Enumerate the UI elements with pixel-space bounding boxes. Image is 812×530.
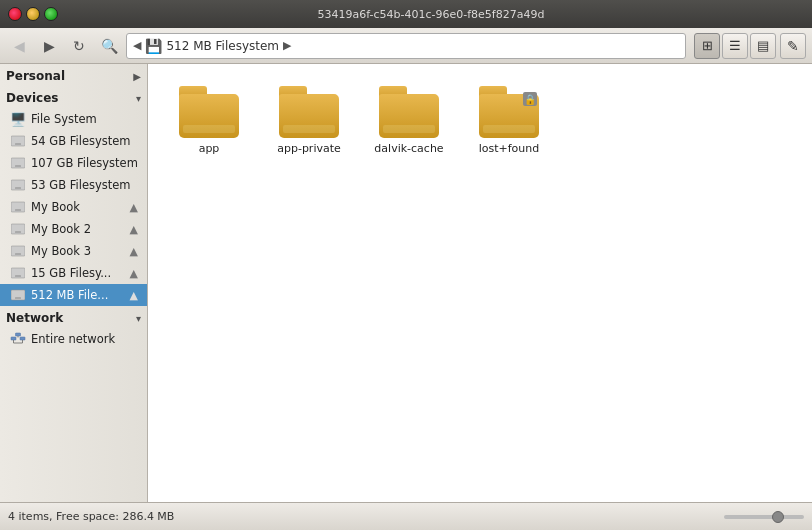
- mybook-eject[interactable]: ▲: [127, 200, 141, 215]
- window-title: 53419a6f-c54b-401c-96e0-f8e5f827a49d: [58, 8, 804, 21]
- folder-app-private-icon: [279, 86, 339, 138]
- entire-network-label: Entire network: [31, 332, 115, 346]
- mybook2-label: My Book 2: [31, 222, 91, 236]
- personal-arrow: ▶: [133, 71, 141, 82]
- zoom-slider[interactable]: [724, 515, 804, 519]
- svg-rect-1: [15, 143, 21, 145]
- network-section[interactable]: Network ▾: [0, 306, 147, 328]
- folder-app-private[interactable]: app-private: [264, 80, 354, 161]
- 512mb-label: 512 MB File...: [31, 288, 108, 302]
- 15gb-eject[interactable]: ▲: [127, 266, 141, 281]
- mybook3-icon: [10, 243, 26, 259]
- location-left-arrow: ◀: [133, 39, 141, 52]
- 54gb-icon: [10, 133, 26, 149]
- view-buttons: ⊞ ☰ ▤: [694, 33, 776, 59]
- toolbar: ◀ ▶ ↻ 🔍 ◀ 💾 512 MB Filesystem ▶ ⊞ ☰ ▤ ✎: [0, 28, 812, 64]
- sidebar-item-15gb[interactable]: 15 GB Filesy... ▲: [0, 262, 147, 284]
- sidebar-item-mybook2[interactable]: My Book 2 ▲: [0, 218, 147, 240]
- network-icon: [10, 331, 26, 347]
- folder-dalvik-cache[interactable]: dalvik-cache: [364, 80, 454, 161]
- svg-rect-9: [15, 231, 21, 233]
- mybook2-eject[interactable]: ▲: [127, 222, 141, 237]
- 107gb-icon: [10, 155, 26, 171]
- svg-rect-3: [15, 165, 21, 167]
- svg-rect-11: [15, 253, 21, 255]
- devices-arrow: ▾: [136, 93, 141, 104]
- folder-lost-found[interactable]: lost+found: [464, 80, 554, 161]
- mybook-icon: [10, 199, 26, 215]
- 512mb-icon: [10, 287, 26, 303]
- extra-icon: ✎: [787, 38, 799, 54]
- sidebar-item-54gb[interactable]: 54 GB Filesystem: [0, 130, 147, 152]
- back-button[interactable]: ◀: [6, 33, 32, 59]
- lock-badge: [523, 92, 537, 106]
- view-compact-button[interactable]: ▤: [750, 33, 776, 59]
- search-icon: 🔍: [101, 38, 118, 54]
- svg-rect-17: [20, 337, 25, 340]
- maximize-button[interactable]: [44, 7, 58, 21]
- titlebar-buttons[interactable]: [8, 7, 58, 21]
- sidebar-item-107gb[interactable]: 107 GB Filesystem: [0, 152, 147, 174]
- folder-dalvik-icon: [379, 86, 439, 138]
- folder-app-label: app: [199, 142, 220, 155]
- folder-lost-found-icon: [479, 86, 539, 138]
- view-compact-icon: ▤: [757, 38, 769, 53]
- zoom-slider-container[interactable]: [724, 515, 804, 519]
- sidebar-item-mybook[interactable]: My Book ▲: [0, 196, 147, 218]
- 512mb-eject[interactable]: ▲: [127, 288, 141, 303]
- folder-dalvik-label: dalvik-cache: [374, 142, 443, 155]
- location-bar[interactable]: ◀ 💾 512 MB Filesystem ▶: [126, 33, 686, 59]
- forward-icon: ▶: [44, 38, 55, 54]
- zoom-slider-thumb[interactable]: [772, 511, 784, 523]
- 53gb-icon: [10, 177, 26, 193]
- forward-button[interactable]: ▶: [36, 33, 62, 59]
- titlebar: 53419a6f-c54b-401c-96e0-f8e5f827a49d: [0, 0, 812, 28]
- location-right-arrow: ▶: [283, 39, 291, 52]
- folder-app-private-label: app-private: [277, 142, 341, 155]
- 15gb-icon: [10, 265, 26, 281]
- sidebar-item-512mb[interactable]: 512 MB File... ▲: [0, 284, 147, 306]
- folder-app[interactable]: app: [164, 80, 254, 161]
- svg-rect-5: [15, 187, 21, 189]
- view-list-button[interactable]: ☰: [722, 33, 748, 59]
- search-button[interactable]: 🔍: [96, 33, 122, 59]
- sidebar-item-mybook3[interactable]: My Book 3 ▲: [0, 240, 147, 262]
- network-label: Network: [6, 311, 63, 325]
- extra-button[interactable]: ✎: [780, 33, 806, 59]
- mybook3-label: My Book 3: [31, 244, 91, 258]
- reload-icon: ↻: [73, 38, 85, 54]
- 107gb-label: 107 GB Filesystem: [31, 156, 138, 170]
- personal-section[interactable]: Personal ▶: [0, 64, 147, 86]
- svg-rect-18: [16, 333, 21, 336]
- mybook-label: My Book: [31, 200, 80, 214]
- svg-rect-13: [15, 275, 21, 277]
- sidebar-item-53gb[interactable]: 53 GB Filesystem: [0, 174, 147, 196]
- back-icon: ◀: [14, 38, 25, 54]
- network-arrow: ▾: [136, 313, 141, 324]
- svg-rect-15: [15, 297, 21, 299]
- devices-label: Devices: [6, 91, 58, 105]
- filesystem-label: File System: [31, 112, 97, 126]
- sidebar-item-entire-network[interactable]: Entire network: [0, 328, 147, 350]
- statusbar: 4 items, Free space: 286.4 MB: [0, 502, 812, 530]
- folder-lost-found-label: lost+found: [479, 142, 540, 155]
- view-list-icon: ☰: [729, 38, 741, 53]
- svg-rect-7: [15, 209, 21, 211]
- location-drive-icon: 💾: [145, 38, 162, 54]
- devices-section[interactable]: Devices ▾: [0, 86, 147, 108]
- 15gb-label: 15 GB Filesy...: [31, 266, 111, 280]
- folder-app-icon: [179, 86, 239, 138]
- view-icons-button[interactable]: ⊞: [694, 33, 720, 59]
- svg-rect-16: [11, 337, 16, 340]
- reload-button[interactable]: ↻: [66, 33, 92, 59]
- sidebar-item-filesystem[interactable]: 🖥️ File System: [0, 108, 147, 130]
- 54gb-label: 54 GB Filesystem: [31, 134, 131, 148]
- close-button[interactable]: [8, 7, 22, 21]
- 53gb-label: 53 GB Filesystem: [31, 178, 131, 192]
- main-area: Personal ▶ Devices ▾ 🖥️ File System 54 G…: [0, 64, 812, 502]
- content-area: app app-private dalvik-cache: [148, 64, 812, 502]
- location-text: 512 MB Filesystem: [166, 39, 279, 53]
- minimize-button[interactable]: [26, 7, 40, 21]
- sidebar: Personal ▶ Devices ▾ 🖥️ File System 54 G…: [0, 64, 148, 502]
- mybook3-eject[interactable]: ▲: [127, 244, 141, 259]
